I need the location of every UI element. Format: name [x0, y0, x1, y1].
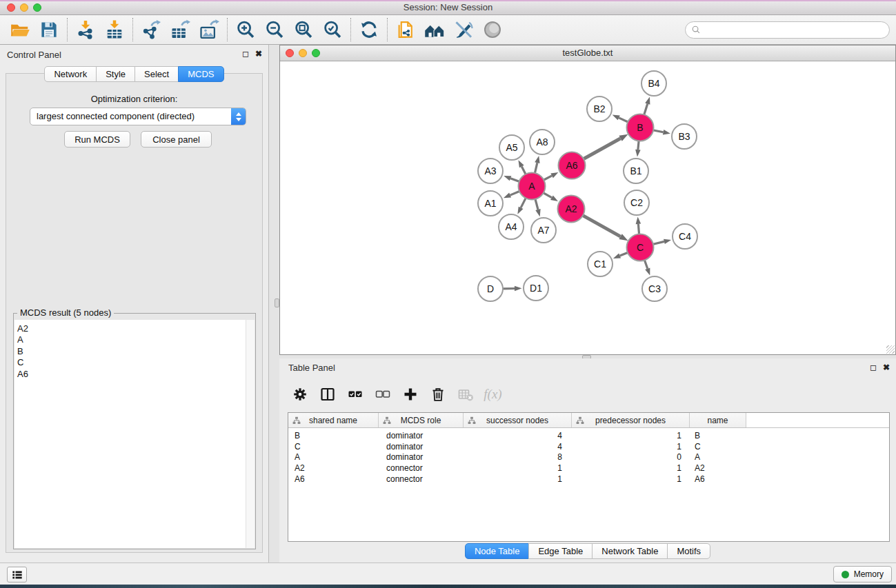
network-zoom-button[interactable] [312, 49, 320, 57]
search-box[interactable] [685, 21, 890, 39]
home-button[interactable] [420, 17, 449, 43]
node-C2[interactable]: C2 [624, 190, 649, 215]
mcds-result-item[interactable]: C [17, 357, 255, 368]
node-C3[interactable]: C3 [642, 276, 667, 301]
import-table-button[interactable] [100, 17, 129, 43]
node-C4[interactable]: C4 [673, 224, 697, 249]
window-resize-grip[interactable] [886, 345, 895, 354]
tab-motifs[interactable]: Motifs [667, 543, 710, 559]
node-A7[interactable]: A7 [531, 218, 556, 243]
import-network-button[interactable] [71, 17, 100, 43]
deselect-all-button[interactable] [372, 384, 393, 405]
float-table-panel-icon[interactable]: ◻ [870, 363, 877, 372]
tab-network-table[interactable]: Network Table [592, 543, 668, 559]
svg-text:A5: A5 [506, 142, 517, 153]
column-header-predecessor-nodes[interactable]: predecessor nodes [572, 413, 690, 427]
node-B[interactable]: B [627, 114, 654, 141]
node-D[interactable]: D [478, 276, 503, 301]
table-cell: 1 [572, 463, 690, 473]
mcds-result-item[interactable]: A2 [17, 323, 255, 334]
dropdown-stepper-icon [231, 108, 246, 125]
tab-mcds[interactable]: MCDS [178, 66, 223, 82]
optimization-criterion-dropdown[interactable]: largest connected component (directed) [30, 108, 246, 125]
network-canvas[interactable]: B4B2BB3A5A8A6A3B1AA1C2A2A4A7C4CC1C3DD1 [280, 62, 895, 354]
table-row[interactable]: A2connector11A2 [288, 463, 889, 474]
node-B4[interactable]: B4 [641, 71, 666, 96]
network-minimize-button[interactable] [299, 49, 307, 57]
node-D1[interactable]: D1 [524, 276, 548, 301]
show-graphics-button[interactable] [478, 17, 507, 43]
vertical-splitter-handle[interactable] [275, 298, 279, 307]
column-header-successor-nodes[interactable]: successor nodes [464, 413, 572, 427]
node-B2[interactable]: B2 [587, 97, 612, 121]
node-A8[interactable]: A8 [530, 130, 555, 154]
node-A6[interactable]: A6 [559, 152, 586, 179]
tab-edge-table[interactable]: Edge Table [528, 543, 593, 559]
close-panel-button[interactable]: Close panel [141, 131, 212, 148]
export-network-button[interactable] [137, 17, 166, 43]
close-panel-icon[interactable]: ✖ [255, 49, 262, 59]
node-A5[interactable]: A5 [499, 135, 524, 160]
table-row[interactable]: Cdominator41C [288, 441, 889, 452]
node-A1[interactable]: A1 [478, 191, 503, 216]
zoom-selected-button[interactable] [318, 17, 347, 43]
node-B3[interactable]: B3 [672, 124, 697, 149]
create-column-button[interactable] [399, 384, 421, 405]
close-table-panel-icon[interactable]: ✖ [883, 363, 890, 372]
search-input[interactable] [702, 25, 885, 35]
run-mcds-button[interactable]: Run MCDS [64, 131, 130, 148]
zoom-out-button[interactable] [260, 17, 289, 43]
node-A2[interactable]: A2 [558, 196, 585, 223]
mcds-result-item[interactable]: A6 [17, 369, 255, 380]
save-session-button[interactable] [34, 17, 63, 43]
table-row[interactable]: Bdominator41B [288, 430, 889, 441]
node-B1[interactable]: B1 [624, 159, 648, 183]
tab-select[interactable]: Select [135, 66, 179, 82]
mcds-result-item[interactable]: B [17, 346, 255, 357]
close-window-button[interactable] [7, 3, 15, 12]
zoom-in-button[interactable] [231, 17, 260, 43]
open-session-button[interactable] [6, 17, 34, 43]
export-table-button[interactable] [166, 17, 195, 43]
node-C[interactable]: C [627, 234, 654, 261]
export-image-button[interactable] [195, 17, 223, 43]
table-cell: 1 [464, 474, 572, 484]
memory-button[interactable]: Memory [833, 566, 892, 582]
column-header-shared-name[interactable]: shared name [288, 413, 379, 427]
zoom-fit-button[interactable] [289, 17, 318, 43]
show-columns-button[interactable] [317, 384, 338, 405]
network-close-button[interactable] [286, 49, 294, 57]
clone-network-button[interactable] [391, 17, 420, 43]
mcds-result-list[interactable]: A2ABCA6 [14, 320, 255, 548]
tab-style[interactable]: Style [96, 66, 135, 82]
hide-graphics-button[interactable] [449, 17, 478, 43]
refresh-view-button[interactable] [355, 17, 384, 43]
float-panel-icon[interactable]: ◻ [242, 49, 249, 59]
node-C1[interactable]: C1 [588, 252, 613, 276]
memory-status-icon [842, 571, 849, 578]
delete-table-button [455, 384, 476, 405]
table-header-row: shared nameMCDS rolesuccessor nodesprede… [288, 413, 889, 428]
table-row[interactable]: A6connector11A6 [288, 474, 889, 485]
tab-network[interactable]: Network [44, 66, 97, 82]
show-panels-button[interactable] [7, 567, 27, 582]
result-list-scrollbar[interactable] [246, 320, 255, 548]
table-row[interactable]: Adominator80A [288, 452, 889, 463]
node-A3[interactable]: A3 [478, 159, 503, 183]
minimize-window-button[interactable] [20, 3, 28, 12]
mcds-result-item[interactable]: A [17, 334, 255, 345]
zoom-window-button[interactable] [33, 3, 41, 12]
node-A[interactable]: A [519, 173, 546, 200]
table-mode-button[interactable] [289, 384, 310, 405]
svg-text:C2: C2 [630, 197, 643, 208]
node-A4[interactable]: A4 [499, 214, 524, 239]
edge-A6-B[interactable] [582, 139, 620, 160]
column-header-MCDS-role[interactable]: MCDS role [379, 413, 464, 427]
select-all-button[interactable] [344, 384, 366, 405]
network-window-titlebar[interactable]: testGlobe.txt [280, 45, 895, 61]
tab-node-table[interactable]: Node Table [465, 543, 530, 559]
delete-columns-button[interactable] [427, 384, 448, 405]
edge-A2-C[interactable] [581, 215, 620, 237]
table-x-icon [457, 386, 474, 403]
column-header-name[interactable]: name [690, 413, 746, 427]
